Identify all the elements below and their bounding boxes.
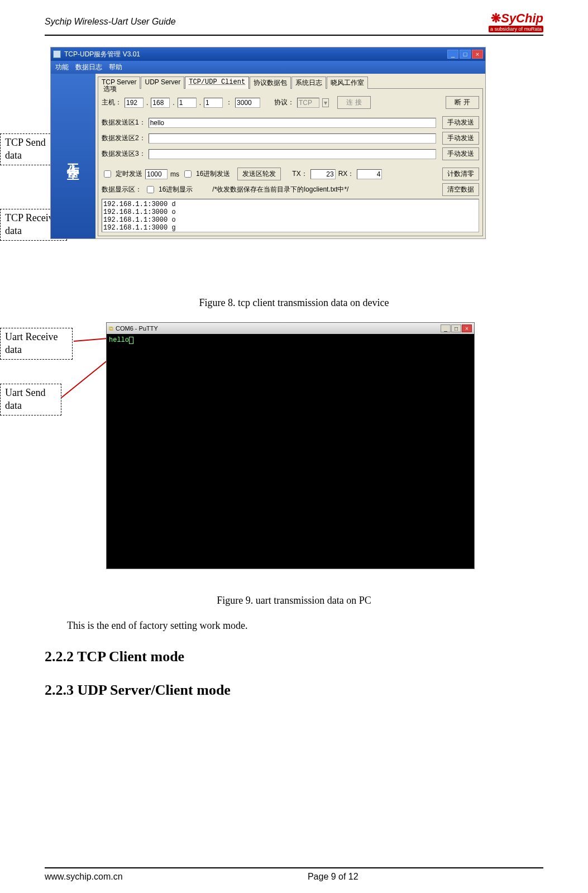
menu-item[interactable]: 功能 [55,63,69,72]
ip-field-4[interactable] [204,98,223,108]
terminal-output[interactable]: hello [107,334,474,569]
timer-interval-input[interactable] [145,169,168,179]
hex-send-label: 16进制发送 [196,169,230,179]
tx-count [310,169,336,179]
maximize-icon[interactable]: □ [460,50,471,59]
hex-send-checkbox[interactable] [184,170,192,178]
logo-text: ❋SyChip [491,11,543,26]
sidebar-banner: 工作室 [51,74,95,238]
connect-button[interactable]: 连 接 [337,96,371,109]
putty-titlebar[interactable]: ⧉ COM6 - PuTTY _ □ × [107,323,474,334]
close-icon[interactable]: × [462,324,472,332]
menu-bar: 功能 数据日志 帮助 [51,61,485,74]
minimize-icon[interactable]: _ [441,324,451,332]
cursor-icon [129,337,133,344]
tab-tcp-udp-client[interactable]: TCP/UDP Client [185,77,249,89]
display-area-label: 数据显示区： [102,185,142,194]
clear-count-button[interactable]: 计数清零 [442,168,479,180]
callout-tcp-send: TCP Send data [0,133,56,165]
putty-icon: ⧉ [109,325,113,332]
ip-field-1[interactable] [125,98,144,108]
figure-9-caption: Figure 9. uart transmission data on PC [45,595,543,607]
figure-8-caption: Figure 8. tcp client transmission data o… [45,297,543,309]
app-icon [53,50,61,58]
port-field[interactable] [235,98,260,108]
tab-syslog[interactable]: 系统日志 [291,77,326,89]
maximize-icon[interactable]: □ [451,324,461,332]
close-icon[interactable]: × [472,50,483,59]
proto-label: 协议： [274,98,294,107]
hex-display-label: 16进制显示 [159,185,193,194]
menu-item[interactable]: 帮助 [109,63,122,72]
proto-select[interactable] [297,98,319,108]
clear-data-button[interactable]: 清空数据 [442,183,479,196]
tab-proto-pkt[interactable]: 协议数据包 [250,77,291,89]
ip-field-3[interactable] [178,98,197,108]
minimize-icon[interactable]: _ [447,50,458,59]
timer-send-label: 定时发送 [116,169,142,179]
recv-log-textbox[interactable]: 192.168.1.1:3000 d 192.168.1.1:3000 o 19… [102,199,479,232]
footer-url: www.sychip.com.cn [45,872,123,882]
body-text: This is the end of factory setting work … [67,620,543,632]
window-titlebar[interactable]: TCP-UDP服务管理 V3.01 _ □ × [51,47,485,61]
send-area-2-label: 数据发送区2： [102,133,146,143]
heading-2-2-2: 2.2.2 TCP Client mode [45,648,543,665]
tab-studio[interactable]: 晓风工作室 [327,77,368,89]
logo-subtitle: a subsidiary of muRata [489,26,543,32]
footer-page: Page 9 of 12 [308,872,358,882]
timer-send-checkbox[interactable] [104,170,111,178]
manual-send-2-button[interactable]: 手动发送 [442,132,479,145]
hex-display-checkbox[interactable] [147,186,154,193]
heading-2-2-3: 2.2.3 UDP Server/Client mode [45,682,543,699]
send-area-3-input[interactable] [149,149,436,159]
callout-uart-send: Uart Send data [0,384,61,416]
manual-send-3-button[interactable]: 手动发送 [442,147,479,160]
putty-title: COM6 - PuTTY [116,325,158,332]
ip-field-2[interactable] [151,98,170,108]
page-header: Sychip Wireless-Uart User Guide ❋SyChip … [45,11,543,36]
tab-udp-server[interactable]: UDP Server [141,77,184,89]
page-footer: www.sychip.com.cn Page 9 of 12 [45,867,543,882]
dropdown-arrow-icon[interactable]: ▾ [322,98,329,107]
send-area-3-label: 数据发送区3： [102,149,146,159]
window-title: TCP-UDP服务管理 V3.01 [64,50,140,59]
send-area-1-input[interactable] [149,118,436,128]
disconnect-button[interactable]: 断 开 [446,96,479,109]
send-area-1-label: 数据发送区1： [102,118,146,127]
tx-label: TX： [292,169,307,179]
callout-uart-recv: Uart Receive data [0,328,73,360]
menu-item[interactable]: 数据日志 [75,63,102,72]
doc-title: Sychip Wireless-Uart User Guide [45,17,176,27]
tab-bar: TCP Server UDP Server TCP/UDP Client 协议数… [98,76,483,88]
save-note: /*收发数据保存在当前目录下的logclient.txt中*/ [212,185,348,194]
logo: ❋SyChip a subsidiary of muRata [489,11,543,32]
manual-send-1-button[interactable]: 手动发送 [442,116,479,129]
rx-count [357,169,382,179]
host-label: 主机： [102,98,122,107]
rx-label: RX： [338,169,355,179]
rotate-send-button[interactable]: 发送区轮发 [237,168,281,180]
group-label: 选项 [102,84,118,94]
send-area-2-input[interactable] [149,133,436,144]
